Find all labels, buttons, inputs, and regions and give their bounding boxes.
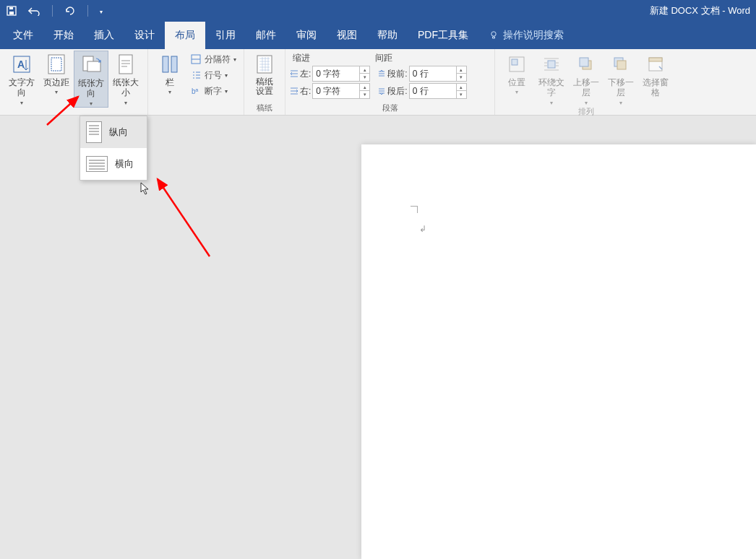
- undo-icon[interactable]: [27, 6, 40, 16]
- wrap-label: 环绕文字: [536, 77, 567, 98]
- bring-forward-label: 上移一层: [570, 77, 602, 98]
- chevron-down-icon: ▾: [124, 100, 127, 107]
- indent-left-input[interactable]: 0 字符▴▾: [312, 66, 370, 82]
- tab-references[interactable]: 引用: [205, 22, 246, 49]
- cursor-icon: [140, 182, 150, 195]
- spin-down-icon[interactable]: ▾: [457, 74, 466, 81]
- tab-view[interactable]: 视图: [327, 22, 367, 49]
- redo-icon[interactable]: [64, 5, 76, 17]
- text-direction-button[interactable]: A 文字方向 ▾: [4, 51, 39, 106]
- tab-pdf[interactable]: PDF工具集: [408, 22, 478, 49]
- indent-header: 缩进: [293, 52, 310, 64]
- svg-rect-24: [649, 58, 662, 61]
- spin-down-icon[interactable]: ▾: [457, 91, 466, 98]
- group-paragraph: 缩进 间距 左: 0 字符▴▾ 段前: 0 行▴▾ 右: 0 字符▴▾: [285, 49, 495, 115]
- spin-up-icon[interactable]: ▴: [457, 66, 466, 74]
- page-size-icon: [114, 53, 137, 76]
- send-backward-button[interactable]: 下移一层 ▾: [603, 51, 638, 106]
- space-before-label: 段前:: [387, 68, 407, 80]
- size-button[interactable]: 纸张大小 ▾: [108, 51, 143, 106]
- margin-corner-mark: [411, 206, 418, 213]
- tab-file[interactable]: 文件: [3, 22, 43, 49]
- space-after-input[interactable]: 0 行▴▾: [409, 83, 467, 99]
- annotation-arrow-2: [152, 173, 217, 260]
- spin-up-icon[interactable]: ▴: [360, 66, 369, 74]
- landscape-label: 横向: [115, 157, 134, 170]
- lightbulb-icon: [489, 30, 499, 40]
- orientation-landscape-item[interactable]: 横向: [80, 148, 147, 180]
- hyphenation-icon: bª: [190, 85, 202, 97]
- qat-customize-icon[interactable]: ▾: [100, 9, 103, 15]
- tab-insert[interactable]: 插入: [84, 22, 124, 49]
- svg-rect-22: [617, 61, 626, 69]
- margins-button[interactable]: 页边距 ▾: [39, 51, 74, 100]
- bring-forward-button[interactable]: 上移一层 ▾: [569, 51, 603, 106]
- indent-right-icon: [290, 87, 298, 95]
- breaks-icon: [190, 53, 202, 65]
- group-columns: 栏 ▾ 分隔符▾ 行号▾ bª 断字▾: [148, 49, 244, 115]
- breaks-button[interactable]: 分隔符▾: [190, 52, 236, 66]
- breaks-label: 分隔符: [205, 53, 231, 66]
- group-manuscript: 稿纸设置 稿纸: [244, 49, 285, 115]
- manuscript-label: 稿纸设置: [256, 77, 273, 96]
- tab-design[interactable]: 设计: [124, 22, 165, 49]
- line-numbers-label: 行号: [205, 69, 222, 82]
- indent-right-label: 右:: [300, 85, 311, 98]
- tab-tellme[interactable]: 操作说明搜索: [478, 22, 574, 49]
- save-icon[interactable]: [6, 5, 17, 17]
- tab-help[interactable]: 帮助: [367, 22, 408, 49]
- tab-layout[interactable]: 布局: [165, 22, 205, 49]
- columns-button[interactable]: 栏 ▾: [153, 51, 187, 100]
- line-numbers-button[interactable]: 行号▾: [190, 68, 236, 82]
- chevron-down-icon: ▾: [619, 100, 622, 107]
- orientation-label: 纸张方向: [76, 78, 106, 99]
- title-bar: ▾ 新建 DOCX 文档 - Word: [0, 0, 756, 22]
- indent-left-icon: [290, 69, 298, 78]
- manuscript-button[interactable]: 稿纸设置: [249, 51, 280, 100]
- orientation-dropdown: 纵向 横向: [80, 116, 147, 181]
- document-page[interactable]: ↲: [361, 144, 756, 559]
- margins-icon: [45, 53, 68, 76]
- chevron-down-icon: ▾: [550, 100, 553, 107]
- spin-up-icon[interactable]: ▴: [360, 84, 369, 91]
- quick-access-toolbar: ▾: [6, 5, 103, 17]
- spacing-header: 间距: [375, 52, 392, 64]
- qat-separator: [52, 5, 53, 17]
- space-before-input[interactable]: 0 行▴▾: [409, 66, 467, 82]
- columns-label: 栏: [166, 77, 174, 87]
- svg-line-26: [158, 179, 210, 256]
- paragraph-mark-icon: ↲: [419, 224, 426, 234]
- tab-review[interactable]: 审阅: [286, 22, 327, 49]
- text-direction-icon: A: [10, 53, 33, 76]
- indent-right-value: 0 字符: [313, 85, 359, 98]
- hyphenation-button[interactable]: bª 断字▾: [190, 84, 236, 98]
- manuscript-group-label: 稿纸: [257, 103, 272, 115]
- space-before-icon: [377, 69, 386, 78]
- svg-rect-2: [9, 7, 13, 9]
- tab-home[interactable]: 开始: [43, 22, 84, 49]
- svg-rect-20: [580, 58, 588, 66]
- hyphenation-label: 断字: [205, 85, 222, 98]
- selection-pane-label: 选择窗格: [640, 77, 671, 98]
- position-button[interactable]: 位置 ▾: [499, 51, 534, 100]
- bring-forward-icon: [575, 53, 598, 76]
- svg-text:A: A: [17, 58, 25, 70]
- spin-down-icon[interactable]: ▾: [360, 91, 369, 98]
- svg-rect-17: [512, 59, 517, 65]
- spin-down-icon[interactable]: ▾: [360, 74, 369, 81]
- orientation-portrait-item[interactable]: 纵向: [80, 116, 147, 148]
- selection-pane-button[interactable]: 选择窗格: [638, 51, 673, 100]
- send-backward-label: 下移一层: [605, 77, 637, 98]
- space-after-icon: [377, 87, 386, 95]
- orientation-button[interactable]: 纸张方向 ▾: [74, 51, 108, 108]
- indent-right-input[interactable]: 0 字符▴▾: [312, 83, 370, 99]
- svg-point-3: [491, 32, 496, 36]
- portrait-label: 纵向: [109, 126, 128, 139]
- spin-up-icon[interactable]: ▴: [457, 84, 466, 91]
- wrap-button[interactable]: 环绕文字 ▾: [534, 51, 569, 106]
- paragraph-group-label: 段落: [382, 103, 398, 115]
- indent-left-label: 左:: [300, 68, 311, 80]
- chevron-down-icon: ▾: [55, 89, 58, 96]
- ribbon: A 文字方向 ▾ 页边距 ▾ 纸张方向 ▾: [0, 49, 756, 116]
- tab-mail[interactable]: 邮件: [246, 22, 286, 49]
